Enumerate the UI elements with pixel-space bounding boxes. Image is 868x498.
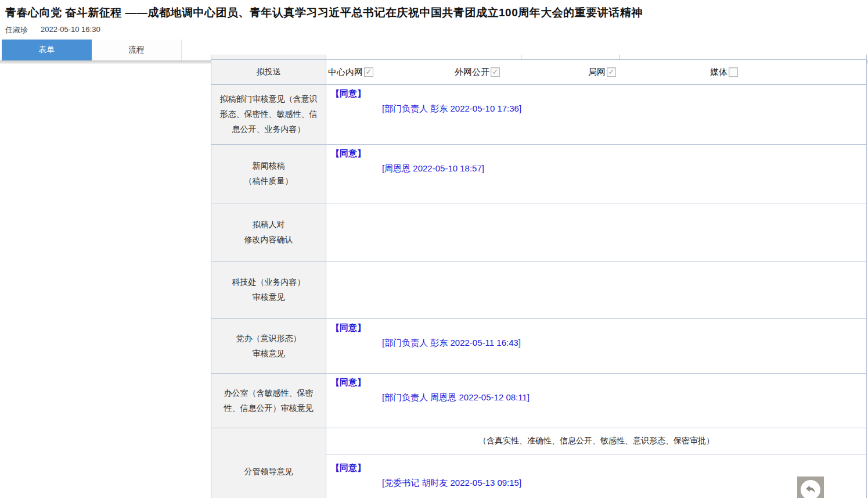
row-party-office-review: 党办（意识形态） 审核意见 【同意】 [部门负责人 彭东 2022-05-11 … — [211, 319, 866, 374]
opinion-text: 【同意】 — [326, 319, 866, 334]
opinion-text: 【同意】 — [326, 374, 866, 388]
signoff-text: [党委书记 胡时友 2022-05-13 09:15] — [382, 478, 866, 489]
row-drafter-confirm: 拟稿人对 修改内容确认 — [211, 203, 866, 261]
tab-process[interactable]: 流程 — [92, 40, 182, 60]
page-title: 青春心向党 奋斗新征程 ——成都地调中心团员、青年认真学习习近平总书记在庆祝中国… — [0, 0, 868, 20]
table-row-partial — [211, 55, 866, 60]
checkbox-media[interactable] — [729, 67, 738, 77]
option-media: 媒体 — [710, 67, 738, 78]
opinion-text: 【同意】 — [326, 454, 866, 474]
approval-page: 青春心向党 奋斗新征程 ——成都地调中心团员、青年认真学习习近平总书记在庆祝中国… — [0, 0, 868, 498]
row-label: 拟稿部门审核意见（含意识形态、保密性、敏感性、信息公开、业务内容） — [211, 85, 326, 144]
row-label: 拟稿人对 修改内容确认 — [211, 203, 326, 261]
row-label: 分管领导意见 — [211, 428, 326, 498]
checkbox-bureau-net[interactable]: ✓ — [607, 67, 616, 77]
row-tech-office-review: 科技处（业务内容） 审核意见 — [211, 261, 866, 319]
row-distribution: 拟投送 中心内网 ✓ 外网公开 ✓ 局网 ✓ 媒体 — [211, 60, 866, 85]
document-meta: 任淑珍 2022-05-10 16:30 — [5, 25, 868, 35]
row-news-check: 新闻核稿 （稿件质量） 【同意】 [周恩恩 2022-05-10 18:57] — [211, 145, 866, 203]
opinion-text — [326, 203, 866, 207]
opinion-text: 【同意】 — [326, 145, 866, 159]
row-label: 办公室（含敏感性、保密性、信息公开）审核意见 — [211, 374, 326, 428]
checkbox-external-public[interactable]: ✓ — [491, 67, 500, 77]
option-bureau-net: 局网 ✓ — [588, 67, 616, 78]
row-label: 新闻核稿 （稿件质量） — [211, 145, 326, 203]
option-center-intranet: 中心内网 ✓ — [328, 67, 373, 78]
created-timestamp: 2022-05-10 16:30 — [41, 25, 100, 35]
row-draft-dept-review: 拟稿部门审核意见（含意识形态、保密性、敏感性、信息公开、业务内容） 【同意】 [… — [211, 85, 866, 145]
leader-opinion-note: （含真实性、准确性、信息公开、敏感性、意识形态、保密审批） — [326, 428, 866, 454]
row-leader-opinion: 分管领导意见 （含真实性、准确性、信息公开、敏感性、意识形态、保密审批） 【同意… — [211, 428, 866, 498]
option-label: 中心内网 — [328, 67, 363, 78]
option-label: 局网 — [588, 67, 606, 78]
row-label: 党办（意识形态） 审核意见 — [211, 319, 326, 373]
option-external-public: 外网公开 ✓ — [455, 67, 500, 78]
opinion-text — [326, 261, 866, 265]
back-button[interactable] — [797, 476, 824, 498]
tab-form[interactable]: 表单 — [2, 40, 92, 60]
row-label: 科技处（业务内容） 审核意见 — [211, 261, 326, 318]
reply-arrow-icon — [801, 480, 820, 498]
option-label: 媒体 — [710, 67, 727, 78]
approval-table: 拟投送 中心内网 ✓ 外网公开 ✓ 局网 ✓ 媒体 — [211, 55, 867, 498]
opinion-text: 【同意】 — [326, 85, 866, 99]
signoff-text: [部门负责人 彭东 2022-05-11 16:43] — [382, 338, 866, 349]
row-general-office-review: 办公室（含敏感性、保密性、信息公开）审核意见 【同意】 [部门负责人 周恩恩 2… — [211, 374, 866, 428]
signoff-text: [部门负责人 彭东 2022-05-10 17:36] — [382, 103, 866, 114]
option-label: 外网公开 — [455, 67, 489, 78]
author-name: 任淑珍 — [5, 25, 28, 35]
signoff-text: [部门负责人 周恩恩 2022-05-12 08:11] — [382, 392, 866, 403]
signoff-text: [周恩恩 2022-05-10 18:57] — [382, 163, 866, 174]
checkbox-center-intranet[interactable]: ✓ — [364, 67, 373, 77]
row-label: 拟投送 — [211, 60, 326, 84]
